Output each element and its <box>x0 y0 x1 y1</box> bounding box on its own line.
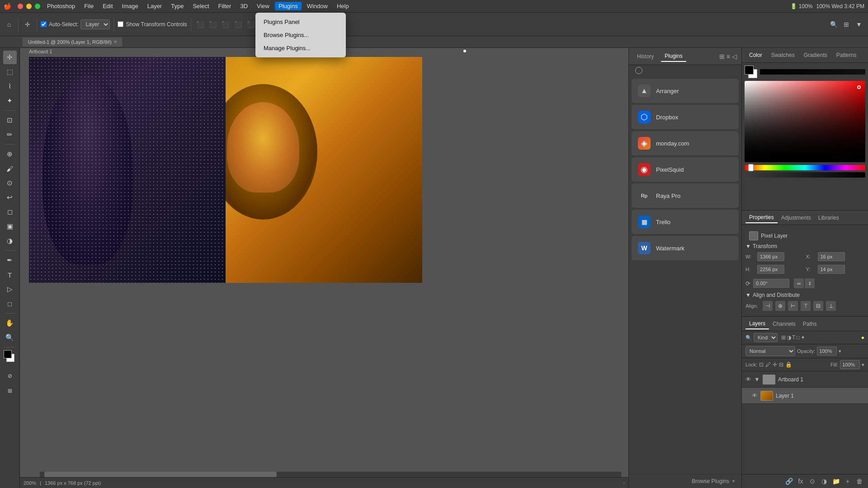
new-layer-btn[interactable]: + <box>843 476 853 486</box>
minimize-button[interactable] <box>26 4 32 9</box>
nav-arrow[interactable]: › <box>623 480 625 486</box>
browse-plugins-item[interactable]: Browse Plugins... <box>255 28 346 42</box>
foreground-color-swatch[interactable] <box>745 66 754 75</box>
move-tool[interactable]: ✛ <box>3 51 17 64</box>
zoom-tool[interactable]: 🔍 <box>3 331 17 344</box>
align-bottom-btn[interactable]: ⊥ <box>826 301 836 311</box>
panel-menu-icon[interactable]: ≡ <box>726 53 730 60</box>
manage-plugins-item[interactable]: Manage Plugins... <box>255 42 346 55</box>
menu-help[interactable]: Help <box>333 2 353 10</box>
collapse-icon[interactable]: ◁ <box>732 53 737 60</box>
opacity-chevron-icon[interactable]: ▾ <box>839 348 841 354</box>
new-group-btn[interactable]: 📁 <box>831 476 841 486</box>
rotation-input[interactable] <box>753 279 789 288</box>
lock-all-icon[interactable]: 🔒 <box>785 361 792 368</box>
artboard-layer-row[interactable]: 👁 ▼ Artboard 1 <box>742 371 868 388</box>
width-input[interactable] <box>757 252 784 261</box>
pen-tool[interactable]: ✒ <box>3 253 17 267</box>
color-tab[interactable]: Color <box>745 51 766 60</box>
menu-photoshop[interactable]: Photoshop <box>43 2 79 10</box>
align-top-icon[interactable]: ⬛ <box>233 19 244 30</box>
quick-mask-tool[interactable]: ⊘ <box>3 369 17 383</box>
expand-icon[interactable]: ⊞ <box>719 53 725 60</box>
align-distribute-header[interactable]: ▼ Align and Distribute <box>745 292 864 298</box>
menu-image[interactable]: Image <box>118 2 142 10</box>
lock-position-icon[interactable]: ✛ <box>773 361 777 368</box>
plugin-item-dropbox[interactable]: ⬡ Dropbox <box>632 105 739 129</box>
add-style-btn[interactable]: fx <box>796 476 806 486</box>
libraries-tab[interactable]: Libraries <box>815 213 843 223</box>
plugin-item-rayapro[interactable]: Rp Raya Pro <box>632 183 739 208</box>
shape-filter-icon[interactable]: □ <box>796 334 799 341</box>
selection-tool[interactable]: ⬚ <box>3 65 17 79</box>
lasso-tool[interactable]: ⌇ <box>3 80 17 93</box>
color-swatches[interactable] <box>2 350 18 366</box>
fg-bg-colors[interactable] <box>745 66 757 78</box>
foreground-color[interactable] <box>4 350 12 358</box>
history-tab[interactable]: History <box>633 52 657 61</box>
fill-chevron-icon[interactable]: ▾ <box>862 362 864 368</box>
menu-plugins[interactable]: Plugins <box>275 2 302 10</box>
color-gradient[interactable] <box>745 81 865 162</box>
menu-layer[interactable]: Layer <box>144 2 166 10</box>
crop-tool[interactable]: ⊡ <box>3 113 17 127</box>
path-select-tool[interactable]: ▷ <box>3 282 17 296</box>
maximize-button[interactable] <box>35 4 40 9</box>
more-icon[interactable]: ▼ <box>854 19 864 30</box>
type-filter-icon[interactable]: T <box>792 334 795 341</box>
properties-tab[interactable]: Properties <box>745 212 778 223</box>
opacity-input[interactable] <box>817 347 837 356</box>
align-right-icon[interactable]: ⬛ <box>220 19 231 30</box>
move-tool-icon[interactable]: ✛ <box>22 19 33 30</box>
brush-tool[interactable]: 🖌 <box>3 162 17 175</box>
canvas-area[interactable]: Artboard 1 <box>20 48 628 488</box>
transform-checkbox[interactable] <box>118 21 123 27</box>
plugins-panel-item[interactable]: Plugins Panel <box>255 15 346 28</box>
align-middle-icon[interactable]: ⬛ <box>245 19 256 30</box>
plugins-tab[interactable]: Plugins <box>661 51 686 62</box>
menu-view[interactable]: View <box>253 2 273 10</box>
y-input[interactable] <box>818 265 845 274</box>
adjustments-tab[interactable]: Adjustments <box>778 213 815 223</box>
layer1-visibility-icon[interactable]: 👁 <box>752 392 758 399</box>
alpha-slider[interactable] <box>745 172 865 178</box>
plugin-item-monday[interactable]: ◈ monday.com <box>632 131 739 155</box>
paths-tab[interactable]: Paths <box>799 319 821 329</box>
plugin-item-arranger[interactable]: ▲ Arranger <box>632 79 739 103</box>
layer-kind-filter[interactable]: Kind <box>754 333 778 342</box>
menu-filter[interactable]: Filter <box>215 2 235 10</box>
lock-artboard-icon[interactable]: ⊟ <box>779 361 783 368</box>
flip-h-icon[interactable]: ⇔ <box>794 278 804 288</box>
plugin-item-trello[interactable]: ▦ Trello <box>632 210 739 234</box>
artboard-expand-icon[interactable]: ▼ <box>754 376 760 383</box>
align-right-btn[interactable]: ⊢ <box>788 301 798 311</box>
menu-3d[interactable]: 3D <box>236 2 251 10</box>
menu-select[interactable]: Select <box>189 2 212 10</box>
shape-tool[interactable]: □ <box>3 297 17 310</box>
gradients-tab[interactable]: Gradients <box>800 51 831 60</box>
align-center-v-btn[interactable]: ⊟ <box>813 301 823 311</box>
channels-tab[interactable]: Channels <box>769 319 799 329</box>
transform-section-header[interactable]: ▼ Transform <box>745 243 864 249</box>
type-tool[interactable]: T <box>3 268 17 282</box>
browse-plugins-button[interactable]: Browse Plugins + <box>629 474 741 488</box>
align-center-h-btn[interactable]: ⊕ <box>775 301 785 311</box>
menu-window[interactable]: Window <box>303 2 331 10</box>
magic-wand-tool[interactable]: ✦ <box>3 94 17 108</box>
plugin-item-watermark[interactable]: W Watermark <box>632 236 739 260</box>
autoselect-checkbox[interactable] <box>41 21 47 27</box>
align-center-icon[interactable]: ⬛ <box>208 19 218 30</box>
artboard-visibility-icon[interactable]: 👁 <box>745 376 751 383</box>
new-adjustment-btn[interactable]: ◑ <box>819 476 829 486</box>
smart-filter-icon[interactable]: ✦ <box>801 334 805 341</box>
arrange-icon[interactable]: ⊞ <box>841 19 852 30</box>
fill-input[interactable] <box>840 360 860 369</box>
pixel-filter-icon[interactable]: ⊞ <box>781 334 786 341</box>
menu-file[interactable]: File <box>80 2 97 10</box>
patterns-tab[interactable]: Patterns <box>833 51 860 60</box>
align-left-icon[interactable]: ⬛ <box>195 19 206 30</box>
home-icon[interactable]: ⌂ <box>4 19 14 30</box>
adjustment-filter-icon[interactable]: ◑ <box>787 334 791 341</box>
lock-image-icon[interactable]: 🖊 <box>765 361 771 368</box>
swatches-tab[interactable]: Swatches <box>768 51 798 60</box>
